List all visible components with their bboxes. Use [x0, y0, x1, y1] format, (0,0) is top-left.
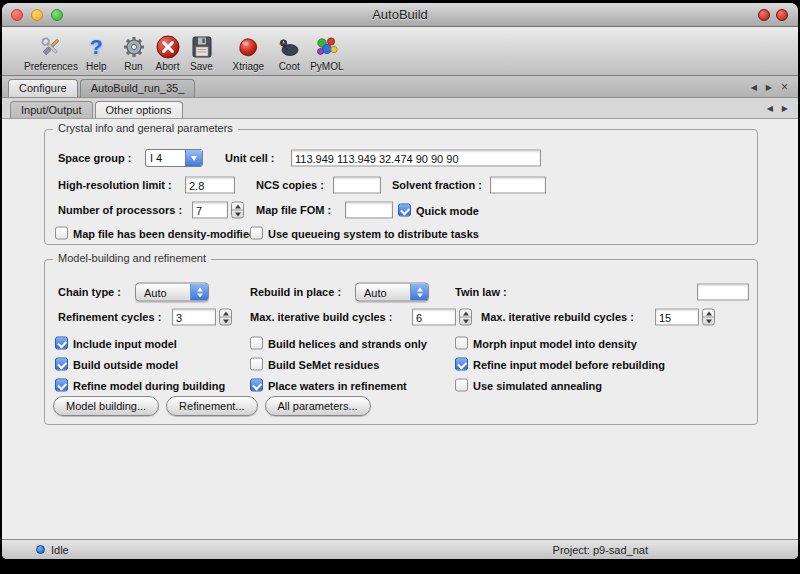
- stepper-down-icon[interactable]: [232, 211, 243, 218]
- morph-model-checkbox[interactable]: Morph input model into density: [455, 337, 637, 350]
- dropdown-arrow-icon[interactable]: [185, 150, 202, 166]
- checkbox-label: Build outside model: [73, 358, 178, 370]
- checkbox-label: Refine model during building: [73, 379, 225, 391]
- stepper-down-icon[interactable]: [460, 318, 471, 325]
- queueing-checkbox[interactable]: Use queueing system to distribute tasks: [250, 227, 479, 240]
- status-text: Idle: [51, 544, 69, 556]
- toolbar-button-pymol[interactable]: PyMOL: [310, 33, 343, 72]
- build-outside-model-checkbox[interactable]: Build outside model: [55, 358, 178, 371]
- rebuild-in-place-popup[interactable]: Auto: [355, 283, 429, 302]
- checkbox-box[interactable]: [55, 379, 68, 392]
- toolbar-button-preferences[interactable]: Preferences: [24, 33, 78, 72]
- checkbox-box[interactable]: [55, 227, 68, 240]
- solvent-fraction-input[interactable]: [490, 177, 546, 194]
- toolbar-button-save[interactable]: Save: [189, 33, 215, 72]
- xtriage-crystal-icon: [235, 33, 261, 60]
- refinement-cycles-input[interactable]: [172, 309, 216, 326]
- toolbar-button-abort[interactable]: Abort: [155, 33, 181, 72]
- toolbar-label: Save: [190, 61, 213, 72]
- titlebar-red-badge-icon[interactable]: [758, 9, 770, 21]
- build-cycles-input[interactable]: [412, 309, 456, 326]
- refine-before-rebuild-checkbox[interactable]: Refine input model before rebuilding: [455, 358, 665, 371]
- high-res-input[interactable]: [185, 177, 235, 194]
- minimize-window-button[interactable]: [31, 9, 43, 21]
- place-waters-checkbox[interactable]: Place waters in refinement: [250, 379, 407, 392]
- tab-next-icon[interactable]: ▶: [766, 84, 772, 92]
- build-semet-checkbox[interactable]: Build SeMet residues: [250, 358, 379, 371]
- build-cycles-stepper[interactable]: [459, 309, 472, 326]
- processors-input[interactable]: [192, 202, 228, 219]
- toolbar-button-coot[interactable]: Coot: [276, 33, 302, 72]
- unit-cell-input[interactable]: [291, 150, 541, 167]
- build-helices-checkbox[interactable]: Build helices and strands only: [250, 337, 427, 350]
- stepper-up-icon[interactable]: [703, 310, 714, 318]
- checkbox-box[interactable]: [455, 379, 468, 392]
- processors-label: Number of processors :: [58, 204, 182, 216]
- chain-type-popup[interactable]: Auto: [135, 283, 209, 302]
- checkbox-box[interactable]: [55, 337, 68, 350]
- checkbox-box[interactable]: [455, 337, 468, 350]
- rebuild-cycles-label: Max. iterative rebuild cycles :: [481, 311, 634, 323]
- all-parameters-button[interactable]: All parameters...: [265, 396, 371, 416]
- save-floppy-icon: [189, 33, 215, 60]
- refine-during-building-checkbox[interactable]: Refine model during building: [55, 379, 225, 392]
- checkbox-label: Quick mode: [416, 204, 479, 216]
- tab-prev-icon[interactable]: ◀: [751, 84, 757, 92]
- refinement-cycles-label: Refinement cycles :: [58, 311, 161, 323]
- tab-close-icon[interactable]: ×: [781, 83, 788, 92]
- run-gear-icon: [121, 33, 147, 60]
- quick-mode-checkbox[interactable]: Quick mode: [398, 204, 479, 217]
- tab-prev-icon[interactable]: ◀: [767, 105, 773, 113]
- toolbar-button-help[interactable]: ? Help: [86, 33, 107, 72]
- stepper-down-icon[interactable]: [220, 318, 231, 325]
- checkbox-box[interactable]: [250, 337, 263, 350]
- rebuild-cycles-stepper[interactable]: [702, 309, 715, 326]
- tab-autobuild-run[interactable]: AutoBuild_run_35_: [80, 79, 196, 97]
- titlebar-red-badge-icon[interactable]: [776, 9, 788, 21]
- title-bar[interactable]: AutoBuild: [2, 3, 798, 27]
- tab-other-options[interactable]: Other options: [95, 101, 183, 118]
- toolbar-label: Coot: [279, 61, 300, 72]
- checkbox-label: Build helices and strands only: [268, 337, 427, 349]
- space-group-combo[interactable]: I 4: [145, 149, 203, 167]
- simulated-annealing-checkbox[interactable]: Use simulated annealing: [455, 379, 602, 392]
- processors-stepper[interactable]: [231, 202, 244, 219]
- tab-input-output[interactable]: Input/Output: [10, 101, 93, 118]
- secondary-tab-bar: Input/Output Other options ◀ ▶: [2, 98, 798, 119]
- tab-next-icon[interactable]: ▶: [782, 105, 788, 113]
- checkbox-box[interactable]: [455, 358, 468, 371]
- refinement-cycles-stepper[interactable]: [219, 309, 232, 326]
- include-input-model-checkbox[interactable]: Include input model: [55, 337, 177, 350]
- zoom-window-button[interactable]: [51, 9, 63, 21]
- refinement-button[interactable]: Refinement...: [166, 396, 257, 416]
- model-checkbox-row-1: Include input model Build helices and st…: [45, 335, 757, 351]
- map-fom-input[interactable]: [345, 202, 393, 219]
- main-toolbar: Preferences ? Help Run: [2, 27, 798, 76]
- stepper-up-icon[interactable]: [460, 310, 471, 318]
- space-group-value: I 4: [146, 150, 185, 166]
- model-building-button[interactable]: Model building...: [53, 396, 159, 416]
- ncs-copies-input[interactable]: [333, 177, 381, 194]
- toolbar-button-xtriage[interactable]: Xtriage: [233, 33, 265, 72]
- checkbox-box[interactable]: [55, 358, 68, 371]
- density-modified-checkbox[interactable]: Map file has been density-modified: [55, 227, 256, 240]
- checkbox-box[interactable]: [250, 227, 263, 240]
- primary-tab-nav: ◀ ▶ ×: [751, 83, 788, 97]
- checkbox-box[interactable]: [250, 358, 263, 371]
- close-window-button[interactable]: [11, 9, 23, 21]
- crystal-row-2: High-resolution limit : NCS copies : Sol…: [45, 176, 757, 194]
- options-panel: Crystal info and general parameters Spac…: [2, 119, 798, 539]
- model-building-section: Model-building and refinement Chain type…: [44, 259, 758, 425]
- twin-law-input[interactable]: [697, 284, 749, 301]
- popup-arrows-icon: [410, 284, 428, 301]
- stepper-down-icon[interactable]: [703, 318, 714, 325]
- model-buttons-row: Model building... Refinement... All para…: [53, 396, 371, 416]
- rebuild-cycles-input[interactable]: [655, 309, 699, 326]
- checkbox-box[interactable]: [398, 204, 411, 217]
- tab-configure[interactable]: Configure: [8, 79, 78, 97]
- stepper-up-icon[interactable]: [220, 310, 231, 318]
- checkbox-box[interactable]: [250, 379, 263, 392]
- stepper-up-icon[interactable]: [232, 203, 243, 211]
- popup-value: Auto: [356, 284, 410, 301]
- toolbar-button-run[interactable]: Run: [121, 33, 147, 72]
